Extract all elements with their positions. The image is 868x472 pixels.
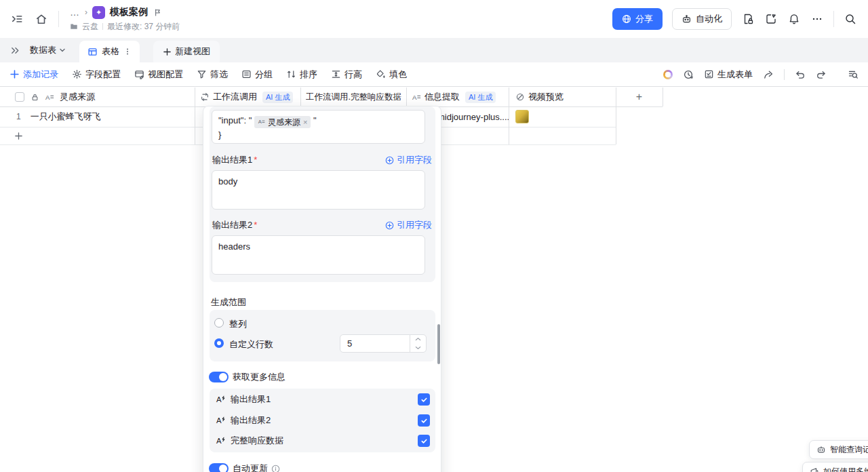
addon-widget-icon[interactable] <box>764 12 778 26</box>
svg-text:A: A <box>258 119 262 125</box>
add-field-button[interactable]: + <box>616 87 663 106</box>
column-header-preview[interactable]: 视频预览 <box>509 87 616 106</box>
radio-full-column[interactable] <box>214 318 224 328</box>
workflow-input-editor[interactable]: "input": " A 灵感来源 × " } <box>212 110 425 144</box>
column-header-workflow[interactable]: 工作流调用 AI 生成 <box>195 87 300 106</box>
column-header-extraction[interactable]: A 信息提取 AI 生成 <box>406 87 509 106</box>
view-config-button[interactable]: 视图配置 <box>134 68 183 81</box>
more-menu-icon[interactable] <box>810 12 824 26</box>
more-field-row[interactable]: A 输出结果1 <box>210 393 435 406</box>
redo-icon[interactable] <box>816 69 827 80</box>
row-height-label: 行高 <box>344 68 362 81</box>
select-all-checkbox[interactable] <box>15 92 24 102</box>
add-record-label: 添加记录 <box>23 68 58 81</box>
robot-icon <box>682 14 692 24</box>
page-title: 模板案例 <box>110 6 148 18</box>
column-label: 工作流调用.完整响应数据 <box>306 92 401 103</box>
gear-icon <box>72 69 82 79</box>
generate-form-button[interactable]: 生成表单 <box>704 68 753 81</box>
automation-button[interactable]: 自动化 <box>672 8 732 30</box>
svg-text:A: A <box>216 395 222 404</box>
view-config-label: 视图配置 <box>148 68 183 81</box>
row-height-button[interactable]: 行高 <box>331 68 362 81</box>
radio-full-column-label: 整列 <box>229 318 247 330</box>
folder-icon <box>70 22 78 31</box>
smart-query-pill[interactable]: 智能查询记录 <box>809 440 868 459</box>
datasheet-switcher[interactable]: 数据表 <box>27 44 68 56</box>
fetch-more-toggle[interactable] <box>209 372 229 382</box>
generate-form-label: 生成表单 <box>717 68 753 81</box>
plus-icon <box>9 69 20 79</box>
auto-update-toggle[interactable] <box>209 463 229 472</box>
tab-grid-view[interactable]: 表格 <box>79 41 140 62</box>
expand-views-icon[interactable] <box>9 45 20 56</box>
required-asterisk: * <box>254 220 257 230</box>
meta-divider <box>102 23 103 30</box>
form-icon <box>704 69 714 79</box>
fill-color-button[interactable]: 填色 <box>376 68 407 81</box>
column-header-inspiration[interactable]: A 灵感来源 <box>0 87 195 106</box>
plus-icon: + <box>636 91 642 103</box>
more-field-label: 输出结果1 <box>231 393 271 406</box>
column-header-full-response[interactable]: 工作流调用.完整响应数据 <box>300 87 406 106</box>
filter-button[interactable]: 筛选 <box>197 68 228 81</box>
output2-input[interactable]: headers <box>212 235 425 275</box>
sort-button[interactable]: 排序 <box>286 68 317 81</box>
search-records-icon[interactable] <box>848 69 859 80</box>
required-asterisk: * <box>254 155 257 165</box>
breadcrumb-more[interactable]: … <box>70 7 80 18</box>
search-icon[interactable] <box>844 12 857 26</box>
info-icon[interactable] <box>271 465 280 472</box>
filter-funnel-icon <box>197 69 207 79</box>
table-row[interactable]: 1 一只小蜜蜂飞呀飞 <box>0 106 195 127</box>
output1-input[interactable]: body <box>212 170 425 210</box>
radio-custom-rows[interactable] <box>214 338 224 348</box>
file-permission-icon[interactable] <box>741 12 755 26</box>
reference-field-link[interactable]: 引用字段 <box>385 154 432 166</box>
group-button[interactable]: 分组 <box>241 68 273 81</box>
more-field-checkbox[interactable] <box>418 435 430 447</box>
video-preview-thumbnail[interactable] <box>515 110 529 123</box>
output1-value: body <box>218 176 237 186</box>
cell-inspiration[interactable]: 一只小蜜蜂飞呀飞 <box>31 111 101 123</box>
view-config-icon <box>134 69 144 79</box>
grid-line <box>195 87 195 144</box>
more-field-checkbox[interactable] <box>418 393 430 406</box>
stepper-up-icon[interactable] <box>410 335 426 344</box>
cell-preview[interactable] <box>509 106 616 127</box>
field-reference-chip[interactable]: A 灵感来源 × <box>254 116 311 128</box>
breadcrumb-folder[interactable]: 云盘 <box>82 21 98 33</box>
share-label: 分享 <box>635 13 653 25</box>
remove-chip-icon[interactable]: × <box>303 115 307 129</box>
notifications-bell-icon[interactable] <box>787 12 801 26</box>
share-button[interactable]: 分享 <box>612 8 663 30</box>
sidebar-toggle-icon[interactable] <box>9 12 24 26</box>
text-field-type-icon: A <box>258 118 265 125</box>
help-label: 如何使用多维表格 <box>823 466 868 472</box>
ai-theme-ring-icon[interactable] <box>663 70 673 79</box>
home-icon[interactable] <box>34 12 49 26</box>
undo-icon[interactable] <box>795 69 806 80</box>
column-label: 信息提取 <box>425 91 460 103</box>
text-field-type-icon: A <box>412 92 421 102</box>
more-field-row[interactable]: A 输出结果2 <box>210 414 435 427</box>
field-config-button[interactable]: 字段配置 <box>72 68 121 81</box>
ai-field-icon: A <box>216 435 226 446</box>
reference-field-link[interactable]: 引用字段 <box>385 219 432 231</box>
ai-field-icon: A <box>216 415 226 425</box>
stepper-down-icon[interactable] <box>410 344 426 353</box>
view-more-icon[interactable] <box>123 47 132 56</box>
new-view-button[interactable]: 新建视图 <box>153 41 220 62</box>
pin-icon[interactable] <box>153 7 162 17</box>
more-field-checkbox[interactable] <box>418 414 430 427</box>
add-record-button[interactable]: 添加记录 <box>9 68 58 81</box>
history-clock-icon[interactable] <box>683 69 694 80</box>
assistant-robot-icon <box>816 445 826 454</box>
breadcrumb-separator-icon: › <box>85 7 87 17</box>
help-pill[interactable]: 如何使用多维表格 <box>802 462 868 472</box>
more-field-row[interactable]: A 完整响应数据 <box>210 435 435 447</box>
custom-rows-input[interactable] <box>340 335 410 352</box>
share-view-icon[interactable] <box>763 69 774 80</box>
panel-scrollbar[interactable] <box>437 324 440 364</box>
active-view-label: 表格 <box>102 45 119 58</box>
